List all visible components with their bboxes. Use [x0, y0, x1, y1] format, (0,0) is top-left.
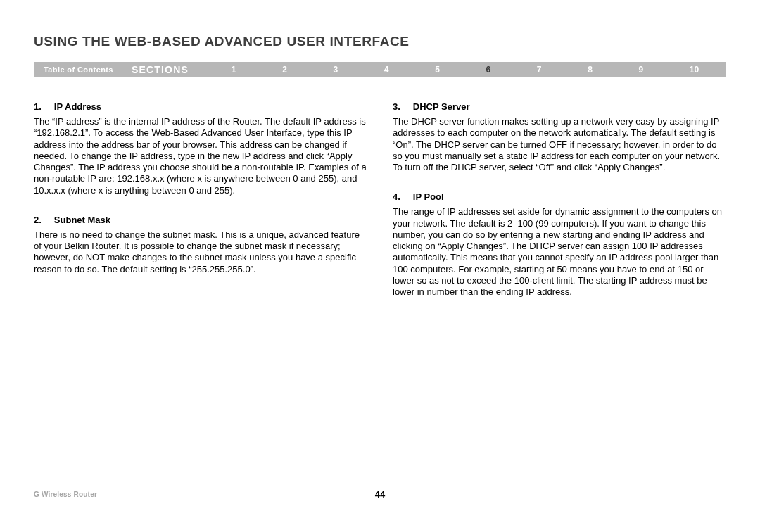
item-title: DHCP Server: [413, 101, 470, 112]
toc-link[interactable]: Table of Contents: [34, 62, 123, 77]
item-number: 1.: [34, 101, 42, 112]
right-column: 3. DHCP Server The DHCP server function …: [393, 101, 726, 316]
item-body-ip-address: The “IP address” is the internal IP addr…: [34, 116, 367, 196]
section-link-10[interactable]: 10: [690, 65, 699, 75]
page-title: USING THE WEB-BASED ADVANCED USER INTERF…: [34, 34, 726, 49]
item-title: IP Pool: [413, 191, 444, 202]
section-link-5[interactable]: 5: [435, 65, 440, 75]
content-columns: 1. IP Address The “IP address” is the in…: [34, 101, 726, 316]
footer-product-name: G Wireless Router: [34, 490, 97, 498]
item-number: 2.: [34, 215, 42, 225]
footer: G Wireless Router 44: [34, 483, 726, 498]
item-heading-dhcp-server: 3. DHCP Server: [393, 101, 726, 112]
section-numbers: 1 2 3 4 5 6 7 8 9 10: [204, 62, 726, 77]
section-link-6[interactable]: 6: [486, 65, 491, 75]
item-heading-ip-address: 1. IP Address: [34, 101, 367, 112]
item-heading-ip-pool: 4. IP Pool: [393, 191, 726, 202]
item-title: Subnet Mask: [54, 215, 110, 225]
section-link-1[interactable]: 1: [232, 65, 236, 75]
left-column: 1. IP Address The “IP address” is the in…: [34, 101, 367, 316]
item-body-ip-pool: The range of IP addresses set aside for …: [393, 206, 726, 298]
item-body-subnet-mask: There is no need to change the subnet ma…: [34, 229, 367, 275]
section-link-2[interactable]: 2: [282, 65, 287, 75]
section-link-9[interactable]: 9: [638, 65, 643, 75]
item-title: IP Address: [54, 101, 101, 112]
section-link-7[interactable]: 7: [537, 65, 542, 75]
item-heading-subnet-mask: 2. Subnet Mask: [34, 215, 367, 225]
section-link-8[interactable]: 8: [588, 65, 593, 75]
sections-nav-bar: Table of Contents SECTIONS 1 2 3 4 5 6 7…: [34, 62, 726, 77]
section-link-4[interactable]: 4: [384, 65, 389, 75]
item-body-dhcp-server: The DHCP server function makes setting u…: [393, 116, 726, 173]
document-page: USING THE WEB-BASED ADVANCED USER INTERF…: [0, 0, 760, 532]
item-number: 3.: [393, 101, 400, 112]
item-number: 4.: [393, 191, 400, 202]
section-link-3[interactable]: 3: [334, 65, 338, 75]
sections-label: SECTIONS: [123, 62, 204, 77]
footer-page-number: 44: [375, 489, 385, 500]
